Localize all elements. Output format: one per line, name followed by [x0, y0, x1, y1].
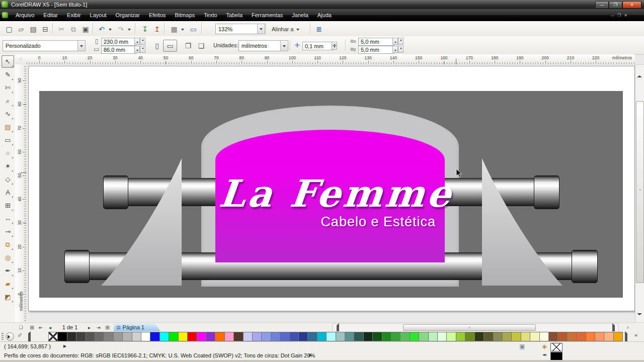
- minimize-button[interactable]: —: [595, 1, 609, 9]
- dup-x-spinner-down[interactable]: [398, 38, 404, 45]
- duplicate-distance-y-field[interactable]: 5,0 mm: [358, 46, 394, 54]
- palette-swatch[interactable]: [364, 332, 372, 341]
- horizontal-ruler[interactable]: milímetros 01020304050607080901001101201…: [26, 54, 635, 65]
- palette-swatch[interactable]: [253, 332, 261, 341]
- profiles-expand-icon[interactable]: ▶: [309, 353, 312, 357]
- palette-swatch[interactable]: [280, 332, 289, 341]
- palette-swatch[interactable]: [400, 332, 409, 341]
- add-page-before-button[interactable]: ⊞: [28, 324, 36, 331]
- palette-swatch[interactable]: [447, 332, 455, 341]
- palette-swatch[interactable]: [530, 332, 539, 341]
- basic-shapes-tool-icon[interactable]: ◇: [2, 173, 14, 186]
- palette-swatch-none[interactable]: [49, 332, 57, 341]
- paper-height-spinner[interactable]: [134, 46, 140, 53]
- application-launcher-icon[interactable]: ▦: [168, 23, 180, 35]
- welcome-screen-icon[interactable]: ▭: [187, 23, 199, 35]
- interactive-fill-tool-icon[interactable]: ◩: [2, 291, 14, 303]
- palette-swatch[interactable]: [577, 332, 585, 341]
- connector-tool-icon[interactable]: ⊸: [2, 225, 14, 238]
- palette-swatch[interactable]: [67, 332, 76, 341]
- palette-swatch[interactable]: [549, 332, 557, 341]
- palette-swatch[interactable]: [244, 332, 252, 341]
- palette-swatch[interactable]: [382, 332, 391, 341]
- undo-icon[interactable]: ↶: [96, 23, 108, 35]
- palette-swatch[interactable]: [123, 332, 131, 341]
- menu-ferramentas[interactable]: Ferramentas: [247, 9, 287, 21]
- paper-width-spinner-down[interactable]: [140, 38, 145, 45]
- palette-swatch[interactable]: [104, 332, 113, 341]
- artwork-chrome-cap-bottom-left[interactable]: [64, 250, 90, 283]
- menu-texto[interactable]: Texto: [199, 9, 221, 21]
- text-tool-icon[interactable]: A: [2, 186, 14, 199]
- document-page[interactable]: La Femme Cabelo e Estética: [28, 66, 635, 311]
- palette-swatch[interactable]: [179, 332, 187, 341]
- palette-swatch[interactable]: [169, 332, 178, 341]
- palette-swatch[interactable]: [410, 332, 419, 341]
- nudge-distance-field[interactable]: 0,1 mm: [302, 42, 334, 50]
- menu-organizar[interactable]: Organizar: [111, 9, 144, 21]
- palette-swatch[interactable]: [327, 332, 335, 341]
- maximize-button[interactable]: ❐: [609, 1, 622, 9]
- document-info-icon[interactable]: ▣: [518, 343, 526, 350]
- page-tab[interactable]: ▤ Página 1: [114, 323, 160, 331]
- dup-y-spinner-down[interactable]: [398, 46, 404, 53]
- palette-swatch[interactable]: [391, 332, 400, 341]
- ruler-origin-icon[interactable]: ∷: [15, 54, 27, 65]
- open-icon[interactable]: ▱: [15, 23, 27, 35]
- drawing-canvas[interactable]: La Femme Cabelo e Estética: [26, 64, 635, 322]
- next-page-button[interactable]: ▸: [86, 324, 93, 331]
- palette-swatch[interactable]: [373, 332, 381, 341]
- palette-swatch[interactable]: [206, 332, 215, 341]
- palette-swatch[interactable]: [262, 332, 270, 341]
- page-size-preset-combo[interactable]: Personalizado: [3, 40, 86, 51]
- menu-janela[interactable]: Janela: [287, 9, 312, 21]
- launcher-dropdown-icon[interactable]: [179, 23, 186, 35]
- palette-swatch[interactable]: [114, 332, 122, 341]
- outline-pen-tool-icon[interactable]: ✒: [2, 264, 14, 277]
- dup-x-spinner[interactable]: [392, 38, 398, 45]
- paper-height-field[interactable]: 86,0 mm: [101, 46, 136, 54]
- palette-swatch[interactable]: [568, 332, 576, 341]
- palette-flyout-button[interactable]: [6, 332, 14, 341]
- palette-swatch[interactable]: [95, 332, 104, 341]
- export-icon[interactable]: ↥: [151, 23, 163, 35]
- vertical-ruler[interactable]: milímetros 9080706050403020100: [15, 64, 27, 322]
- palette-swatch[interactable]: [86, 332, 95, 341]
- ellipse-tool-icon[interactable]: ○: [2, 147, 14, 159]
- horizontal-scrollbar[interactable]: ≡: [332, 323, 619, 332]
- palette-swatch[interactable]: [595, 332, 604, 341]
- menu-arquivo[interactable]: Arquivo: [11, 9, 39, 21]
- palette-swatch[interactable]: [429, 332, 437, 341]
- palette-swatch[interactable]: [586, 332, 595, 341]
- palette-swatch[interactable]: [438, 332, 446, 341]
- freehand-tool-icon[interactable]: ∿: [2, 108, 14, 120]
- crop-tool-icon[interactable]: ✄: [2, 81, 14, 94]
- palette-swatch[interactable]: [299, 332, 307, 341]
- zoom-tool-icon[interactable]: ⌕: [2, 95, 14, 107]
- palette-drag-handle[interactable]: [2, 333, 4, 340]
- palette-swatch[interactable]: [317, 332, 326, 341]
- palette-swatch[interactable]: [512, 332, 520, 341]
- palette-brush-icon[interactable]: ✐: [16, 332, 24, 340]
- vertical-scrollbar-thumb[interactable]: ≡: [636, 101, 644, 283]
- redo-icon[interactable]: ↷: [115, 23, 127, 35]
- menu-editar[interactable]: Editar: [39, 9, 62, 21]
- document-menu-icon[interactable]: [2, 12, 8, 18]
- undo-dropdown-icon[interactable]: [107, 23, 114, 35]
- units-combo[interactable]: milímetros: [238, 40, 288, 51]
- paper-width-spinner[interactable]: [134, 38, 140, 45]
- outline-color-swatch[interactable]: [550, 352, 562, 360]
- portrait-orientation-button[interactable]: ▯: [151, 40, 163, 52]
- scroll-up-icon[interactable]: [637, 67, 642, 76]
- menu-ajuda[interactable]: Ajuda: [313, 9, 336, 21]
- doc-minimize-button[interactable]: —: [609, 13, 616, 18]
- sign-subtitle-text[interactable]: Cabelo e Estética: [280, 214, 436, 230]
- palette-swatch[interactable]: [76, 332, 85, 341]
- palette-swatch[interactable]: [540, 332, 548, 341]
- current-page-size-button[interactable]: ❏: [195, 40, 207, 52]
- palette-swatch[interactable]: [345, 332, 354, 341]
- previous-page-button[interactable]: ◂: [46, 324, 54, 331]
- palette-swatch[interactable]: [197, 332, 206, 341]
- menu-tabela[interactable]: Tabela: [222, 9, 247, 21]
- page-grid-icon[interactable]: ❏: [17, 324, 25, 331]
